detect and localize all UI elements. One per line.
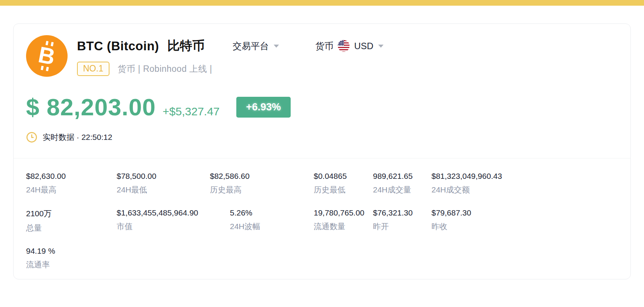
- chevron-down-icon: [274, 45, 279, 48]
- coin-title: BTC (Bitcoin): [77, 39, 159, 53]
- stat-label: 24H成交额: [431, 185, 618, 195]
- stat-circulating-supply: 19,780,765.00 流通数量: [314, 208, 373, 233]
- realtime-timestamp: 实时数据 · 22:50:12: [43, 132, 112, 143]
- exchange-dropdown[interactable]: 交易平台: [233, 40, 279, 52]
- stat-value: $82,586.60: [210, 172, 314, 181]
- stat-value: $0.04865: [314, 172, 373, 181]
- coin-overview-card: B BTC (Bitcoin) 比特币 交易平台 货币 USD: [13, 23, 631, 279]
- stat-label: 市值: [117, 221, 230, 232]
- stat-24h-high: $82,630.00 24H最高: [26, 172, 117, 195]
- badge-row: NO.1 货币 | Robinhood 上线 |: [77, 62, 618, 76]
- stat-prev-open: $76,321.30 昨开: [373, 208, 431, 233]
- stats-row-3: 94.19 % 流通率: [26, 247, 618, 270]
- stat-label: 24H波幅: [230, 221, 314, 232]
- stat-value: $81,323,049,960.43: [431, 172, 618, 181]
- stat-label: 24H最高: [26, 185, 117, 195]
- stat-label: 昨收: [431, 221, 618, 232]
- stat-total-supply: 2100万 总量: [26, 208, 117, 233]
- stat-label: 流通数量: [314, 221, 373, 232]
- stats-row-1: $82,630.00 24H最高 $78,500.00 24H最低 $82,58…: [26, 172, 618, 195]
- currency-value: USD: [354, 41, 373, 51]
- realtime-row: 实时数据 · 22:50:12: [26, 132, 618, 143]
- stat-24h-volume: 989,621.65 24H成交量: [373, 172, 431, 195]
- stats-grid: $82,630.00 24H最高 $78,500.00 24H最低 $82,58…: [26, 172, 618, 270]
- stat-value: 989,621.65: [373, 172, 431, 181]
- stat-label: 昨开: [373, 221, 431, 232]
- stat-value: $78,500.00: [117, 172, 210, 181]
- currency-dropdown[interactable]: 货币 USD: [315, 40, 384, 52]
- stat-label: 流通率: [26, 259, 117, 270]
- stat-label: 历史最低: [314, 185, 373, 195]
- stat-label: 历史最高: [210, 185, 314, 195]
- stat-label: 24H最低: [117, 185, 210, 195]
- title-row: BTC (Bitcoin) 比特币 交易平台 货币 USD: [77, 37, 618, 54]
- price-row: $ 82,203.00 +$5,327.47 +6.93%: [26, 94, 618, 120]
- stat-value: 2100万: [26, 208, 117, 219]
- stat-all-time-high: $82,586.60 历史最高: [210, 172, 314, 195]
- price-change: +$5,327.47: [163, 105, 220, 118]
- coin-tags: 货币 | Robinhood 上线 |: [118, 63, 212, 75]
- stat-24h-turnover: $81,323,049,960.43 24H成交额: [431, 172, 618, 195]
- price-change-percent-badge: +6.93%: [236, 97, 291, 118]
- stat-circulation-rate: 94.19 % 流通率: [26, 247, 117, 270]
- stat-24h-low: $78,500.00 24H最低: [117, 172, 210, 195]
- coin-title-cn: 比特币: [167, 37, 205, 54]
- stat-all-time-low: $0.04865 历史最低: [314, 172, 373, 195]
- stat-label: 总量: [26, 223, 117, 233]
- stat-value: $79,687.30: [431, 208, 618, 217]
- top-accent-bar: [0, 0, 644, 6]
- us-flag-icon: [338, 40, 350, 52]
- stats-row-2: 2100万 总量 $1,633,455,485,964.90 市值 5.26% …: [26, 208, 618, 233]
- stat-market-cap: $1,633,455,485,964.90 市值: [117, 208, 230, 233]
- stat-value: $76,321.30: [373, 208, 431, 217]
- stat-value: 19,780,765.00: [314, 208, 373, 217]
- coin-info: BTC (Bitcoin) 比特币 交易平台 货币 USD NO.1 货币 | …: [77, 35, 618, 76]
- stat-value: $82,630.00: [26, 172, 117, 181]
- exchange-dropdown-label: 交易平台: [233, 40, 269, 52]
- stat-value: $1,633,455,485,964.90: [117, 208, 230, 217]
- rank-badge: NO.1: [77, 62, 109, 76]
- stat-label: 24H成交量: [373, 185, 431, 195]
- current-price: $ 82,203.00: [26, 94, 156, 120]
- currency-dropdown-label: 货币: [315, 40, 333, 52]
- stat-value: 94.19 %: [26, 247, 117, 256]
- divider: [14, 158, 630, 158]
- stat-24h-amplitude: 5.26% 24H波幅: [230, 208, 314, 233]
- chevron-down-icon: [378, 45, 384, 48]
- coin-header: B BTC (Bitcoin) 比特币 交易平台 货币 USD: [26, 35, 618, 77]
- bitcoin-logo-icon: B: [26, 35, 68, 77]
- stat-prev-close: $79,687.30 昨收: [431, 208, 618, 233]
- stat-value: 5.26%: [230, 208, 314, 217]
- clock-icon: [26, 132, 37, 143]
